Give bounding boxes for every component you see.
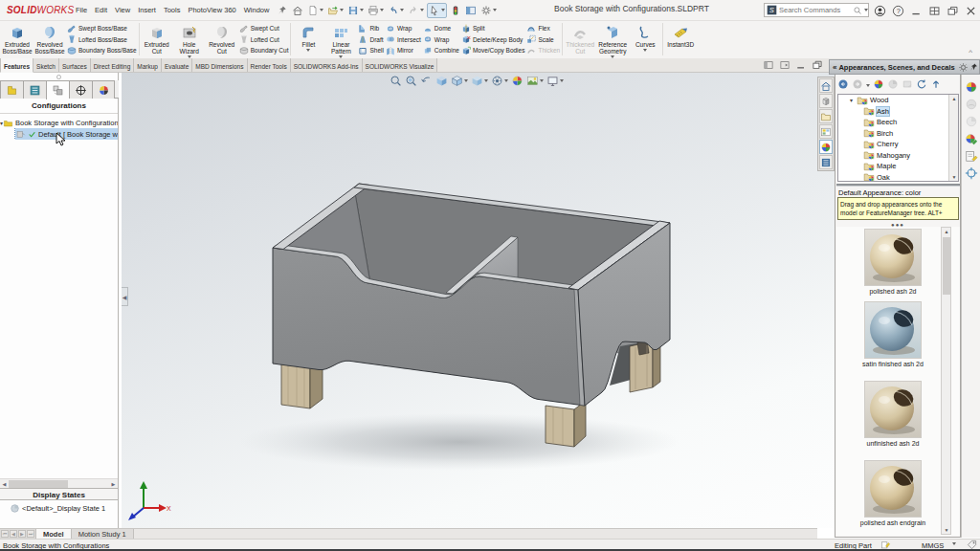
ribbon-button-rib[interactable]: Rib — [357, 23, 384, 34]
settings-gear-icon-svg-part[interactable] — [961, 65, 965, 69]
tab-mbd-dimensions[interactable]: MBD Dimensions — [192, 58, 247, 72]
scrollbar-thumb[interactable] — [9, 480, 68, 488]
scroll-down-icon[interactable]: ▼ — [949, 174, 959, 180]
up-arrow-button-svg[interactable] — [930, 78, 942, 90]
window-layout-button-svg[interactable] — [928, 5, 941, 17]
scroll-down-icon[interactable]: ▼ — [942, 527, 951, 533]
up-arrow-button[interactable] — [930, 78, 942, 90]
tree-item-maple[interactable]: Maple — [838, 161, 958, 172]
options-traffic-button[interactable] — [449, 4, 462, 17]
tab-solidworks-add-ins[interactable]: SOLIDWORKS Add-Ins — [291, 58, 363, 72]
user-account-button-svg-part[interactable] — [877, 12, 883, 14]
undo-button[interactable] — [387, 4, 405, 17]
dropdown-caret-icon[interactable] — [360, 9, 364, 11]
tree-item-beech[interactable]: Beech — [838, 117, 958, 128]
scenes-disabled-button[interactable] — [887, 78, 899, 90]
decals-disabled-button[interactable] — [902, 78, 913, 90]
decal-disabled-button-svg-part[interactable] — [971, 117, 976, 121]
pane-right-button-svg[interactable] — [779, 59, 791, 71]
book-storage-3d-model-part-part[interactable] — [546, 401, 586, 447]
ribbon-button-revolve-boss[interactable]: Revolved Boss/Base — [33, 22, 66, 55]
units-caret-icon[interactable] — [952, 542, 956, 545]
target-crosshair-button-svg[interactable] — [965, 166, 978, 180]
nav-last-icon[interactable]: ⏭ — [27, 530, 34, 538]
dropdown-caret-icon[interactable] — [643, 49, 647, 52]
pin-button[interactable] — [276, 4, 289, 17]
help-button-svg-part[interactable]: ? — [897, 6, 901, 14]
decals-disabled-button-svg[interactable] — [902, 78, 913, 90]
task-pane-tab-file-explorer[interactable] — [819, 109, 833, 123]
tree-item-birch[interactable]: Birch — [838, 128, 958, 140]
menu-view[interactable]: View — [111, 3, 134, 17]
settings-gear-icon[interactable] — [958, 62, 969, 73]
ribbon-button-boundary-boss[interactable]: Boundary Boss/Base — [66, 45, 138, 56]
search-box[interactable]: S — [764, 3, 869, 17]
minimize-button[interactable] — [795, 59, 807, 71]
dropdown-caret-icon[interactable] — [560, 79, 564, 82]
ribbon-button-combine[interactable]: Combine — [422, 45, 460, 56]
ribbon-button-fillet[interactable]: Fillet — [292, 22, 324, 52]
tree-scrollbar[interactable]: ▲ ▼ — [948, 95, 958, 181]
appearance-ball-button-svg-part[interactable] — [967, 87, 971, 92]
task-pane-tab-design-library[interactable] — [819, 94, 833, 108]
nav-next-icon[interactable]: ▶ — [18, 530, 26, 538]
hide-show-items-button[interactable] — [491, 75, 508, 87]
decal-edit-button-svg[interactable] — [965, 149, 978, 163]
nav-first-icon[interactable]: ⏮ — [1, 530, 9, 538]
section-view-button[interactable] — [435, 75, 448, 87]
decal-edit-button[interactable] — [965, 149, 978, 163]
appearances-ball-button-svg-part[interactable] — [875, 80, 879, 84]
appearance-ball-button-svg-part[interactable] — [971, 87, 976, 92]
scene-edit-button[interactable] — [965, 132, 978, 145]
scroll-left-icon[interactable]: ◀ — [0, 479, 9, 489]
dropdown-caret-icon[interactable] — [420, 9, 424, 11]
caret-down-button[interactable] — [866, 80, 870, 89]
dropdown-caret-icon[interactable] — [464, 79, 468, 82]
ribbon-button-dome[interactable]: Dome — [422, 23, 460, 34]
appearances-ball-button-svg-part[interactable] — [879, 84, 882, 88]
scene-disabled-button-svg[interactable] — [965, 98, 978, 111]
ribbon-button-draft[interactable]: Draft — [357, 34, 384, 46]
view-orientation-button[interactable] — [451, 75, 468, 87]
tab-render-tools[interactable]: Render Tools — [248, 58, 291, 72]
settings-gear-button[interactable] — [479, 4, 498, 17]
ribbon-button-boundary-cut[interactable]: Boundary Cut — [238, 45, 290, 56]
ribbon-button-loft-cut[interactable]: Lofted Cut — [238, 34, 290, 46]
scene-edit-button-svg-part[interactable] — [970, 135, 974, 139]
dropdown-caret-icon[interactable] — [540, 79, 544, 82]
appearance-thumbnail-satin-finished-ash-2d[interactable]: satin finished ash 2d — [848, 301, 938, 367]
fm-tab-configurationmanager[interactable] — [46, 80, 69, 99]
tree-item-cherry[interactable]: Cherry — [838, 139, 958, 150]
scene-edit-button-svg-part[interactable] — [966, 139, 969, 143]
scene-edit-button-svg-part[interactable] — [966, 135, 969, 139]
appearances-ball-button-svg[interactable] — [873, 78, 884, 90]
decal-disabled-button[interactable] — [965, 115, 978, 128]
dropdown-caret-icon[interactable] — [306, 49, 310, 52]
scroll-up-icon[interactable]: ▲ — [949, 96, 959, 101]
minimize-button-svg-part[interactable] — [912, 12, 919, 13]
pin-icon-svg-part[interactable] — [970, 63, 977, 71]
refresh-button-svg-part[interactable] — [918, 80, 924, 88]
edit-appearance-button[interactable] — [511, 75, 523, 87]
ribbon-button-mirror[interactable]: Mirror — [385, 45, 422, 56]
menu-tools[interactable]: Tools — [160, 3, 185, 17]
redo-button[interactable] — [407, 4, 425, 17]
up-arrow-button-svg-part[interactable] — [933, 81, 938, 88]
ribbon-button-sweep-cut[interactable]: Swept Cut — [238, 23, 290, 34]
task-pane-tab-solidworks-resources[interactable] — [819, 78, 833, 93]
help-button[interactable]: ? — [892, 5, 904, 17]
ribbon-button-extrude-boss[interactable]: Extruded Boss/Base — [1, 22, 33, 55]
book-storage-3d-model-part-part-part[interactable] — [281, 362, 310, 408]
fm-tab-displaymanager[interactable] — [92, 80, 115, 99]
nav-previous-icon[interactable]: ◀ — [10, 530, 17, 538]
panel-collapse-arrow[interactable]: ◀ — [122, 287, 128, 306]
save-button[interactable] — [346, 4, 365, 17]
tab-markup[interactable]: Markup — [134, 58, 162, 72]
tab-surfaces[interactable]: Surfaces — [59, 58, 91, 72]
tree-item-mahogany[interactable]: Mahogany — [838, 150, 958, 162]
ribbon-button-linear-pattern[interactable]: Linear Pattern — [324, 22, 357, 58]
restore-button-svg[interactable] — [947, 5, 959, 17]
appearances-ball-button-svg-part[interactable] — [875, 84, 879, 88]
ribbon-button-delete-keep-body[interactable]: Delete/Keep Body — [460, 34, 526, 46]
display-style-button[interactable] — [471, 75, 488, 87]
